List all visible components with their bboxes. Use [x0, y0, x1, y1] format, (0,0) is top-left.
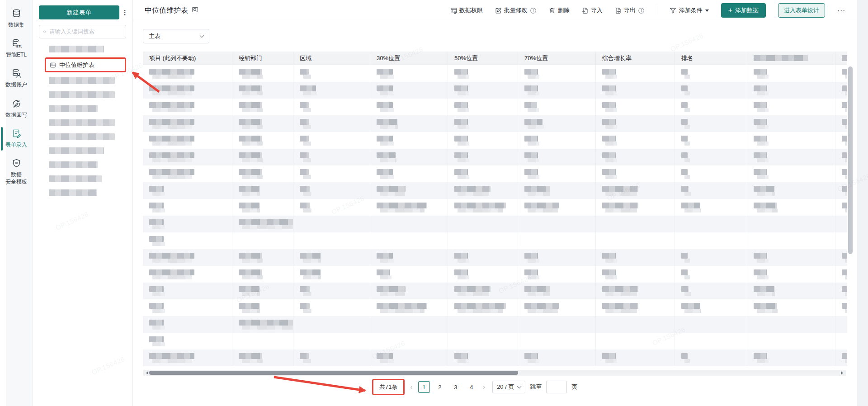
- scroll-left-icon[interactable]: [144, 371, 148, 375]
- table-row[interactable]: [143, 82, 847, 99]
- rail-item-account[interactable]: 数据账户: [0, 64, 33, 92]
- table-row[interactable]: [143, 232, 847, 249]
- table-row[interactable]: [143, 199, 847, 216]
- table-row[interactable]: [143, 115, 847, 132]
- table-row[interactable]: [143, 333, 847, 349]
- table-row[interactable]: [143, 266, 847, 283]
- table-cell: [232, 216, 293, 232]
- vertical-scrollbar[interactable]: [848, 66, 853, 254]
- enter-form-design-button[interactable]: 进入表单设计: [778, 3, 825, 18]
- rail-item-label: 智能ETL: [6, 51, 27, 58]
- table-row[interactable]: [143, 182, 847, 199]
- table-cell: [232, 349, 293, 366]
- data-permission-button[interactable]: 数据权限: [450, 6, 483, 14]
- censored-value: [602, 269, 616, 275]
- rail-item-dataset[interactable]: 数据集: [0, 5, 33, 32]
- form-list-item-blurred[interactable]: [33, 102, 132, 116]
- table-cell: [293, 182, 370, 199]
- add-condition-button[interactable]: 添加条件: [670, 6, 709, 14]
- rail-item-security[interactable]: 数据 安全模板: [0, 154, 33, 189]
- censored-value: [300, 136, 309, 142]
- table-cell: [143, 333, 232, 349]
- form-list-item-blurred[interactable]: [33, 116, 132, 130]
- form-list-item-blurred[interactable]: [33, 186, 132, 200]
- export-button[interactable]: 导出: [615, 6, 645, 14]
- rail-item-form-entry[interactable]: 表单录入: [0, 124, 33, 152]
- censored-value: [842, 136, 847, 142]
- new-form-button[interactable]: 新建表单: [39, 5, 119, 19]
- form-list-item-blurred[interactable]: [33, 88, 132, 102]
- censored-value: [754, 269, 767, 275]
- table-cell: [143, 232, 232, 249]
- censored-value: [377, 119, 397, 125]
- table-cell: [747, 232, 835, 249]
- scroll-right-icon[interactable]: [841, 371, 845, 375]
- censored-value: [300, 85, 316, 91]
- form-search-box[interactable]: [39, 25, 126, 38]
- table-cell: [370, 82, 448, 99]
- import-button[interactable]: 导入: [582, 6, 603, 14]
- table-cell: [835, 149, 847, 165]
- next-page-button[interactable]: ›: [482, 383, 486, 391]
- censored-value: [149, 186, 164, 192]
- panel-more-icon[interactable]: ⋮: [121, 5, 128, 19]
- censored-value: [454, 169, 468, 175]
- table-cell: [370, 132, 448, 149]
- table-row[interactable]: [143, 283, 847, 299]
- rail-item-etl[interactable]: ETL智能ETL: [0, 34, 33, 62]
- jump-page-input[interactable]: [546, 381, 567, 393]
- add-data-button[interactable]: 添加数据: [721, 3, 766, 18]
- censored-value: [149, 102, 194, 108]
- table-row[interactable]: [143, 316, 847, 333]
- censored-value: [524, 286, 550, 292]
- table-row[interactable]: [143, 216, 847, 232]
- page-button-3[interactable]: 3: [450, 381, 462, 393]
- table-cell: [293, 299, 370, 316]
- form-list-item-blurred[interactable]: [33, 144, 132, 158]
- censored-value: [377, 303, 427, 309]
- table-row[interactable]: [143, 149, 847, 165]
- delete-button[interactable]: 删除: [549, 6, 570, 14]
- table-row[interactable]: [143, 99, 847, 115]
- censored-value: [149, 152, 194, 158]
- table-cell: [835, 199, 847, 216]
- table-row[interactable]: [143, 349, 847, 366]
- page-button-2[interactable]: 2: [434, 381, 446, 393]
- censored-value: [377, 69, 393, 75]
- page-button-4[interactable]: 4: [466, 381, 477, 393]
- table-cell: [747, 249, 835, 266]
- prev-page-button[interactable]: ‹: [409, 383, 413, 391]
- table-row[interactable]: [143, 249, 847, 266]
- table-selector-dropdown[interactable]: 主表: [143, 29, 209, 43]
- censored-value: [149, 336, 164, 342]
- table-row[interactable]: [143, 299, 847, 316]
- batch-edit-button[interactable]: 批量修改: [495, 6, 537, 14]
- form-list-item-blurred[interactable]: [33, 172, 132, 186]
- form-list-item-blurred[interactable]: [33, 74, 132, 88]
- censored-value: [681, 186, 689, 192]
- form-list-item-blurred[interactable]: [33, 130, 132, 144]
- table-row[interactable]: [143, 132, 847, 149]
- censored-value: [602, 286, 638, 292]
- censored-text: [49, 91, 115, 98]
- censored-value: [239, 69, 262, 75]
- censored-value: [754, 353, 767, 359]
- column-header-censored: [747, 52, 835, 65]
- form-search-input[interactable]: [49, 28, 122, 35]
- page-button-1[interactable]: 1: [418, 381, 430, 393]
- table-cell: [448, 266, 518, 283]
- form-list-item-blurred[interactable]: [33, 158, 132, 172]
- table-cell: [143, 349, 232, 366]
- horizontal-scrollbar-thumb[interactable]: [149, 371, 518, 375]
- column-header: 区域: [293, 52, 370, 65]
- table-cell: [518, 349, 596, 366]
- page-size-select[interactable]: 20 / 页: [492, 381, 525, 393]
- table-row[interactable]: [143, 165, 847, 182]
- more-actions-icon[interactable]: ⋯: [837, 6, 845, 15]
- horizontal-scrollbar[interactable]: [143, 370, 846, 376]
- rail-item-writeback[interactable]: 数据回写: [0, 94, 33, 122]
- table-row[interactable]: [143, 65, 847, 82]
- form-list-item-selected[interactable]: 中位值维护表: [45, 57, 126, 72]
- preview-icon[interactable]: [192, 6, 198, 15]
- form-list-item-blurred[interactable]: [33, 42, 132, 56]
